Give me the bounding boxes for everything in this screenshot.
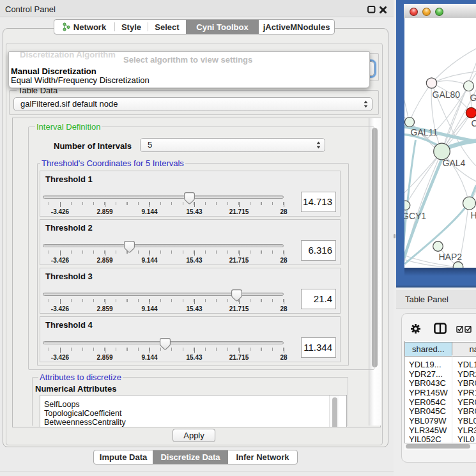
svg-text:GAL4: GAL4 [442,158,465,168]
svg-text:GAL80: GAL80 [432,89,460,100]
svg-text:GAL11: GAL11 [410,127,438,137]
svg-text:G.: G. [470,93,476,103]
svg-text:H: H [470,210,476,220]
svg-text:C: C [471,118,476,128]
svg-text:GCY1: GCY1 [404,211,426,221]
svg-text:HAP2: HAP2 [438,252,462,262]
